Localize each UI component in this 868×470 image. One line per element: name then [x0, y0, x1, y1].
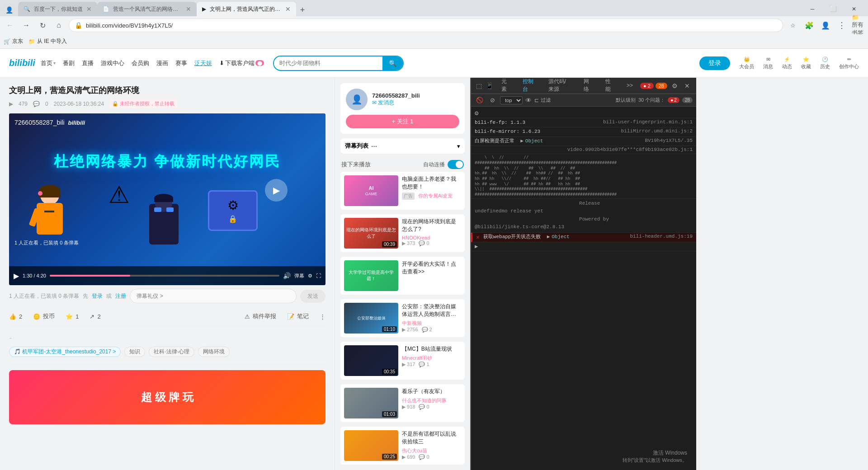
play-button[interactable]: ▶: [265, 179, 288, 202]
login-button[interactable]: 登录: [699, 56, 730, 70]
refresh-btn[interactable]: ↻: [36, 19, 49, 32]
list-item[interactable]: AI GAME 电脑桌面上养老婆？我也想要！ 广告 你的专属AI桌宠: [340, 172, 465, 210]
devtools-tab-more[interactable]: >>: [621, 80, 638, 92]
devtools-settings-icon[interactable]: ⚙: [669, 80, 680, 91]
list-item[interactable]: 00:25 不是所有话都可以乱说依拾续三 伤心大cu苗 ▶ 699 💬 0: [340, 427, 465, 465]
danmaku-chevron[interactable]: ▾: [457, 143, 460, 150]
list-item[interactable]: 现在的网络环境到底是怎么了 00:39 现在的网络环境到底是怎么了? HNOOK…: [340, 214, 465, 252]
profile-btn[interactable]: 👤: [819, 19, 832, 32]
console-file-3[interactable]: BV19h4y1X7L5/.35: [645, 138, 693, 143]
tag-social[interactable]: 社科·法律·心理: [149, 347, 194, 357]
maximize-btn[interactable]: ⬜: [823, 2, 844, 16]
forward-btn[interactable]: →: [20, 19, 33, 32]
minimize-btn[interactable]: ─: [802, 2, 823, 16]
player-play-btn[interactable]: ▶: [14, 272, 19, 280]
search-input[interactable]: [274, 60, 382, 66]
report-btn[interactable]: ⚠ 稿件举报: [245, 312, 276, 320]
tab-baidu[interactable]: 🔍 百度一下，你就知道 ✕: [18, 2, 97, 16]
feed-action[interactable]: ⚡ 动态: [782, 56, 792, 70]
progress-bar[interactable]: [50, 275, 279, 277]
login-link[interactable]: 登录: [92, 292, 103, 300]
list-item[interactable]: 大学学过可能是高中学霸！ 开学必看的大实话！点击查看>>: [340, 257, 465, 295]
video-player[interactable]: 72660558287_bili bilibili 杜绝网络暴力 争做新时代好网…: [9, 113, 326, 285]
expand-arrow[interactable]: ▶: [475, 243, 478, 250]
share-btn[interactable]: ↗ 2: [90, 313, 100, 320]
tab-close-btn[interactable]: ✕: [86, 5, 92, 13]
bookmark-star-btn[interactable]: ☆: [787, 19, 799, 32]
feed-icon: ⚡: [784, 56, 790, 62]
bookmark-jd[interactable]: 🛒 京东: [4, 38, 23, 45]
player-controls[interactable]: ▶ 1:30 / 4:20 🔊 弹幕 ⚙ ⛶: [9, 266, 326, 285]
clear-console-btn[interactable]: 🚫: [475, 95, 485, 105]
tab-close-btn-2[interactable]: ✕: [186, 5, 191, 13]
tab-bilibili[interactable]: ▶ 文明上网，营造风清气正的网络… ✕: [197, 2, 296, 16]
search-bar[interactable]: 🔍: [273, 56, 404, 71]
fullscreen-icon[interactable]: ⛶: [316, 273, 321, 278]
console-file-1[interactable]: bili-user-fingerprint.min.js:1: [603, 119, 693, 125]
tag-network[interactable]: 网络环境: [198, 347, 230, 357]
devtools-inspect-icon[interactable]: ⬚: [475, 80, 483, 91]
filter-toggle-btn[interactable]: ⊘: [487, 95, 497, 105]
message-action[interactable]: ✉ 消息: [763, 56, 773, 70]
coin-btn[interactable]: 🪙 投币: [33, 312, 55, 320]
nav-home[interactable]: 首页 ▾: [41, 59, 56, 67]
favorites-action[interactable]: ⭐ 收藏: [801, 56, 811, 70]
nav-live[interactable]: 直播: [82, 59, 94, 67]
collect-btn[interactable]: ⭐ 1: [66, 313, 79, 320]
register-link[interactable]: 注册: [115, 292, 126, 300]
list-item[interactable]: 00:35 【MC】B站流量现状 Minecraft羽砂 ▶ 317 💬 1: [340, 342, 465, 380]
author-avatar[interactable]: 👤: [346, 89, 368, 110]
object-3[interactable]: Object: [525, 138, 543, 144]
history-action[interactable]: 🕐 历史: [820, 56, 830, 70]
list-item[interactable]: 公安部整治媒体 01:10 公安部：坚决整治自媒体运营人员炮制谣言进行吸粉引流……: [340, 299, 465, 337]
more-btn[interactable]: ⋮: [320, 313, 326, 320]
new-tab-btn[interactable]: +: [296, 4, 309, 16]
list-item[interactable]: 01:03 看乐子（有友军） 什么也不知道的阿豚 ▶ 918 💬 0: [340, 384, 465, 422]
object-error[interactable]: Object: [552, 234, 570, 240]
bookmark-ie[interactable]: 📁 从 IE 中导入: [28, 38, 67, 45]
tab-2[interactable]: 📄 营造一个风清气正的网络空间… ✕: [97, 2, 197, 16]
next-up-label: 接下来播放: [341, 160, 371, 169]
tag-music[interactable]: 🎵 机甲军团-太空港_theonestudio_2017 >: [9, 347, 121, 357]
author-message-btn[interactable]: ✉ 发消息: [372, 99, 420, 107]
menu-btn[interactable]: ⋮: [835, 19, 848, 32]
console-file-4[interactable]: video.9902b4b31e07fe***c8f9b193ace02b.js…: [567, 147, 693, 152]
eye-icon[interactable]: 👁: [525, 97, 532, 104]
auto-play-toggle[interactable]: [448, 160, 464, 169]
nav-download[interactable]: ⬇ 下载客户端 ⬤: [219, 59, 264, 67]
url-bar[interactable]: 🔒 bilibili.com/video/BV19h4y1X7L5/: [69, 19, 783, 32]
extensions-btn[interactable]: 🧩: [803, 19, 816, 32]
home-btn[interactable]: ⌂: [52, 19, 65, 32]
bilibili-logo[interactable]: bilibili: [9, 58, 35, 68]
nav-manga[interactable]: 漫画: [156, 59, 168, 67]
nav-entertainment[interactable]: 泛天娱: [194, 59, 212, 67]
danmaku-toggle[interactable]: 弹幕: [294, 273, 304, 279]
bookmarks-folder-btn[interactable]: 📁 所有书签: [852, 19, 864, 32]
expand-icon-3[interactable]: ▶: [520, 138, 524, 144]
danmaku-menu-icon[interactable]: ⋯: [371, 143, 377, 150]
nav-vip[interactable]: 会员购: [132, 59, 149, 67]
creator-action[interactable]: ✏ 创作中心: [839, 56, 859, 70]
follow-button[interactable]: + 关注 1: [346, 115, 459, 128]
nav-esports[interactable]: 赛事: [175, 59, 187, 67]
tab-close-btn-3[interactable]: ✕: [285, 5, 291, 13]
nav-anime[interactable]: 番剧: [63, 59, 75, 67]
devtools-responsive-icon[interactable]: 📱: [485, 80, 494, 91]
expand-icon-error[interactable]: ▶: [547, 234, 550, 240]
volume-icon[interactable]: 🔊: [283, 272, 291, 279]
console-file-2[interactable]: biliMirror.umd.mini.js:2: [621, 128, 693, 134]
note-btn[interactable]: 📝 笔记: [287, 312, 309, 320]
vip-action[interactable]: 👑 大会员: [739, 56, 754, 70]
barrage-input[interactable]: [130, 289, 297, 303]
search-submit-btn[interactable]: 🔍: [382, 56, 403, 70]
profile-icon[interactable]: 👤: [3, 4, 15, 16]
tag-knowledge[interactable]: 知识: [124, 347, 145, 357]
settings-icon[interactable]: ⚙: [308, 273, 312, 279]
console-file-error[interactable]: bili-header.umd.js:19: [630, 234, 693, 239]
back-btn[interactable]: ←: [4, 19, 16, 32]
send-danmaku-btn[interactable]: 发送: [300, 290, 326, 303]
like-btn[interactable]: 👍 2: [9, 313, 22, 320]
devtools-close-icon[interactable]: ✕: [682, 80, 693, 91]
nav-game[interactable]: 游戏中心: [101, 59, 124, 67]
context-selector[interactable]: top: [500, 96, 523, 104]
